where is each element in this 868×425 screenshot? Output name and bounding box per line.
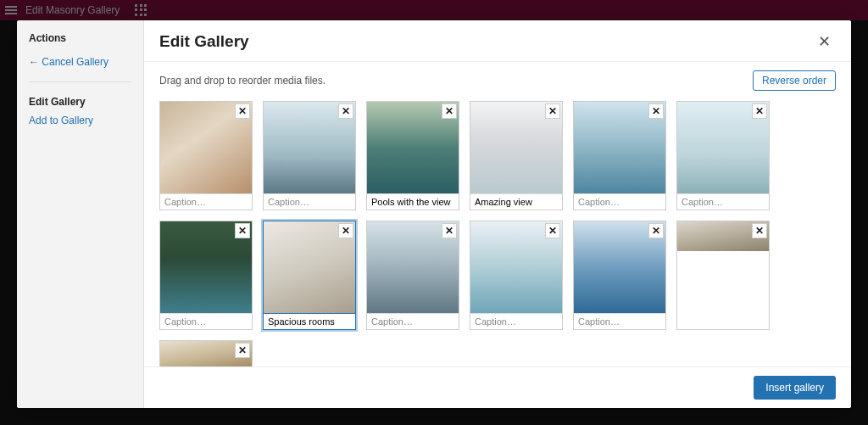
remove-icon[interactable]: ✕	[442, 103, 457, 119]
gallery-item[interactable]: ✕	[159, 101, 253, 210]
modal-subheader: Drag and drop to reorder media files. Re…	[144, 62, 851, 98]
caption-input[interactable]	[470, 313, 562, 329]
sidebar-item-edit-gallery[interactable]: Edit Gallery	[29, 92, 131, 111]
gallery-item[interactable]: ✕	[573, 101, 666, 210]
edit-gallery-modal: Actions Cancel Gallery Edit Gallery Add …	[17, 20, 851, 408]
gallery-grid[interactable]: ✕✕✕✕✕✕✕✕✕✕✕✕✕	[144, 98, 851, 366]
modal-main: Edit Gallery ✕ Drag and drop to reorder …	[144, 20, 851, 408]
remove-icon[interactable]: ✕	[338, 223, 353, 238]
sidebar-divider	[29, 81, 131, 82]
remove-icon[interactable]: ✕	[648, 223, 664, 238]
gallery-item[interactable]: ✕	[263, 221, 356, 330]
remove-icon[interactable]: ✕	[235, 103, 250, 119]
caption-input[interactable]	[574, 193, 665, 210]
remove-icon[interactable]: ✕	[545, 223, 560, 238]
insert-gallery-button[interactable]: Insert gallery	[754, 376, 836, 400]
sidebar-item-add-to-gallery[interactable]: Add to Gallery	[29, 111, 131, 130]
remove-icon[interactable]: ✕	[648, 103, 664, 119]
gallery-item[interactable]: ✕	[159, 221, 253, 330]
modal-sidebar: Actions Cancel Gallery Edit Gallery Add …	[17, 20, 144, 408]
cancel-gallery-link[interactable]: Cancel Gallery	[29, 53, 131, 71]
caption-input[interactable]	[264, 193, 355, 210]
gallery-item[interactable]: ✕	[676, 221, 770, 330]
gallery-item[interactable]: ✕	[366, 101, 459, 210]
caption-input[interactable]	[264, 313, 355, 329]
caption-input[interactable]	[574, 313, 665, 329]
remove-icon[interactable]: ✕	[338, 103, 353, 119]
remove-icon[interactable]: ✕	[752, 103, 767, 119]
caption-input[interactable]	[677, 193, 769, 210]
modal-header: Edit Gallery ✕	[144, 20, 851, 62]
gallery-item[interactable]: ✕	[573, 221, 666, 330]
gallery-item[interactable]: ✕	[159, 340, 253, 366]
remove-icon[interactable]: ✕	[752, 223, 767, 238]
caption-input[interactable]	[367, 193, 459, 210]
remove-icon[interactable]: ✕	[235, 343, 250, 358]
gallery-item[interactable]: ✕	[366, 221, 459, 330]
gallery-item[interactable]: ✕	[470, 221, 563, 330]
gallery-item[interactable]: ✕	[263, 101, 356, 210]
close-icon[interactable]: ✕	[813, 31, 836, 53]
actions-heading: Actions	[29, 32, 131, 44]
caption-input[interactable]	[470, 193, 562, 210]
remove-icon[interactable]: ✕	[442, 223, 457, 238]
modal-footer: Insert gallery	[144, 366, 851, 408]
caption-input[interactable]	[367, 313, 459, 329]
caption-input[interactable]	[160, 313, 252, 329]
remove-icon[interactable]: ✕	[235, 223, 250, 238]
gallery-item[interactable]: ✕	[676, 101, 770, 210]
instruction-text: Drag and drop to reorder media files.	[159, 75, 326, 87]
gallery-item[interactable]: ✕	[470, 101, 563, 210]
remove-icon[interactable]: ✕	[545, 103, 560, 119]
caption-input[interactable]	[160, 193, 252, 210]
reverse-order-button[interactable]: Reverse order	[753, 70, 836, 91]
modal-title: Edit Gallery	[159, 32, 249, 51]
